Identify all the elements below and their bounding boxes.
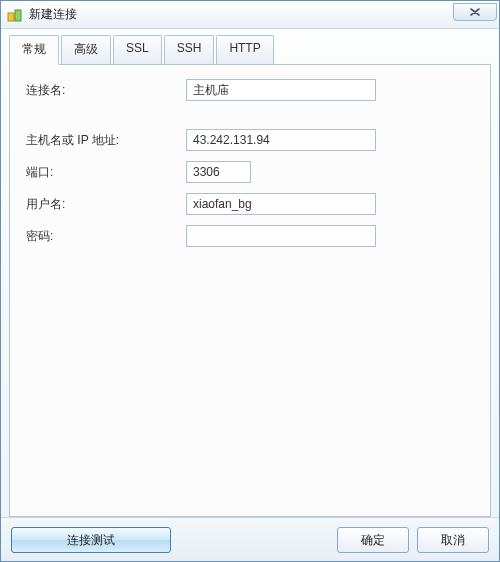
content-area: 常规 高级 SSL SSH HTTP 连接名: 主机名或 IP 地址: 端口: …: [1, 29, 499, 517]
test-connection-button[interactable]: 连接测试: [11, 527, 171, 553]
host-input[interactable]: [186, 129, 376, 151]
username-input[interactable]: [186, 193, 376, 215]
ok-button[interactable]: 确定: [337, 527, 409, 553]
window-title: 新建连接: [29, 6, 453, 23]
row-port: 端口:: [26, 161, 474, 183]
close-icon: [469, 7, 481, 17]
connection-name-label: 连接名:: [26, 82, 186, 99]
new-connection-window: 新建连接 常规 高级 SSL SSH HTTP 连接名: 主机名或 IP 地址:: [0, 0, 500, 562]
tab-http[interactable]: HTTP: [216, 35, 273, 64]
tabstrip: 常规 高级 SSL SSH HTTP: [9, 35, 491, 64]
tab-general[interactable]: 常规: [9, 35, 59, 65]
username-label: 用户名:: [26, 196, 186, 213]
svg-rect-1: [15, 10, 21, 21]
connection-name-input[interactable]: [186, 79, 376, 101]
window-close-button[interactable]: [453, 3, 497, 21]
svg-rect-0: [8, 13, 14, 21]
port-input[interactable]: [186, 161, 251, 183]
tab-advanced[interactable]: 高级: [61, 35, 111, 64]
footer: 连接测试 确定 取消: [1, 517, 499, 561]
titlebar: 新建连接: [1, 1, 499, 29]
row-connection-name: 连接名:: [26, 79, 474, 101]
cancel-button[interactable]: 取消: [417, 527, 489, 553]
host-label: 主机名或 IP 地址:: [26, 132, 186, 149]
row-username: 用户名:: [26, 193, 474, 215]
app-icon: [7, 7, 23, 23]
row-password: 密码:: [26, 225, 474, 247]
tab-ssh[interactable]: SSH: [164, 35, 215, 64]
tab-ssl[interactable]: SSL: [113, 35, 162, 64]
port-label: 端口:: [26, 164, 186, 181]
tabpanel-general: 连接名: 主机名或 IP 地址: 端口: 用户名: 密码:: [9, 64, 491, 517]
password-input[interactable]: [186, 225, 376, 247]
row-host: 主机名或 IP 地址:: [26, 129, 474, 151]
password-label: 密码:: [26, 228, 186, 245]
